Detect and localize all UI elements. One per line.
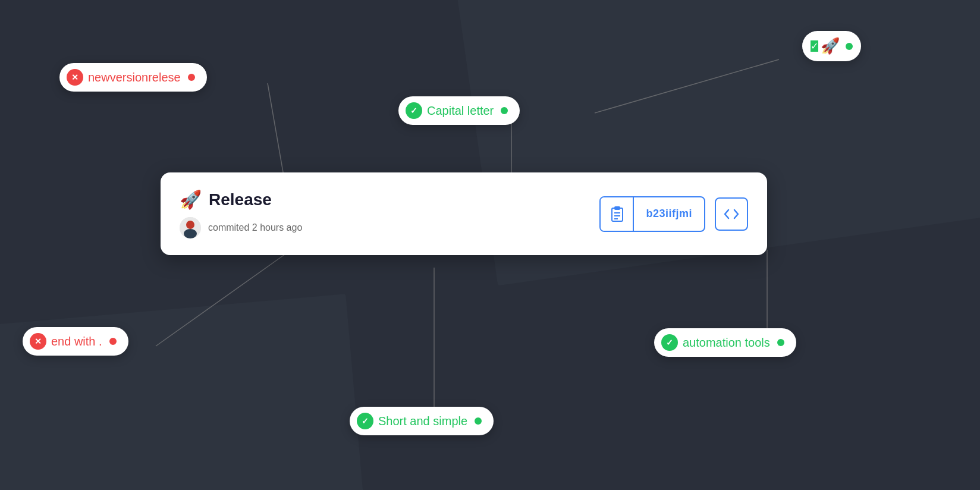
release-title-row: 🚀 Release: [180, 189, 302, 210]
tag-dot-newversion: [188, 74, 195, 81]
tag-capital-letter: ✓ Capital letter: [398, 96, 520, 125]
tag-short-simple: ✓ Short and simple: [350, 407, 494, 435]
committer-avatar: [180, 217, 201, 238]
error-icon-newversion: ✕: [67, 69, 83, 86]
release-title-text: Release: [209, 190, 272, 209]
release-rocket-icon: 🚀: [180, 189, 202, 210]
clipboard-icon-box: [601, 197, 634, 231]
tag-label-automation: automation tools: [683, 336, 770, 350]
success-icon-short: ✓: [357, 413, 373, 429]
rocket-pill-icon: 🚀: [821, 37, 840, 55]
tag-label-endwith: end with .: [51, 335, 102, 348]
error-icon-endwith: ✕: [30, 333, 46, 350]
tag-label-capital: Capital letter: [427, 104, 494, 118]
release-card: 🚀 Release commited 2 hours ago: [161, 172, 767, 255]
tag-label-short: Short and simple: [378, 414, 467, 428]
bg-panel-2: [0, 294, 366, 490]
release-card-right: b23iifjmi: [599, 196, 748, 232]
release-commit-row: commited 2 hours ago: [180, 217, 302, 238]
tag-dot-automation: [777, 339, 784, 346]
tag-end-with: ✕ end with .: [23, 327, 128, 356]
rocket-pill-dot: [846, 43, 853, 50]
success-icon-automation: ✓: [661, 334, 678, 351]
code-button[interactable]: [715, 197, 748, 231]
tag-dot-endwith: [109, 338, 117, 345]
rocket-pill-check-icon: ✓: [811, 40, 818, 52]
svg-point-8: [184, 229, 197, 238]
svg-point-7: [186, 221, 194, 229]
tag-dot-capital: [501, 107, 508, 114]
success-icon-capital: ✓: [406, 102, 422, 119]
rocket-pill: ✓ 🚀: [802, 31, 861, 61]
commit-id-text: b23iifjmi: [634, 208, 704, 220]
tag-dot-short: [475, 417, 482, 425]
tag-label-newversion: newversionrelese: [88, 71, 181, 84]
release-card-left: 🚀 Release commited 2 hours ago: [180, 189, 302, 238]
tag-automation-tools: ✓ automation tools: [654, 328, 796, 357]
svg-rect-10: [614, 206, 620, 210]
tag-newversionrelese: ✕ newversionrelese: [59, 63, 207, 92]
commit-text: commited 2 hours ago: [208, 222, 302, 233]
commit-id-box[interactable]: b23iifjmi: [599, 196, 705, 232]
